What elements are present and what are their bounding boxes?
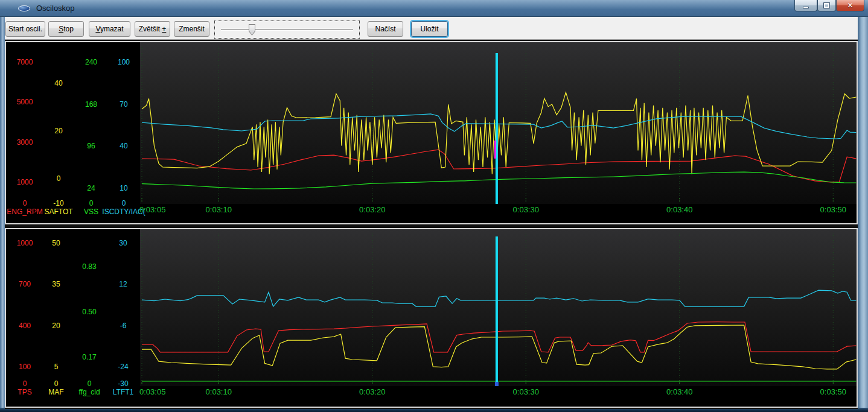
axis-tick-tps: 100 [19, 363, 31, 371]
minimize-icon [803, 7, 809, 8]
axis-tick-maf: 50 [52, 239, 60, 247]
axis-tick-eng-rpm: 7000 [17, 58, 33, 66]
time-axis-label: 0:03:30 [513, 387, 539, 396]
axis-tick-eng-rpm: 5000 [17, 98, 33, 106]
time-axis-label: 0:03:40 [666, 205, 692, 214]
axis-tick-maf: 35 [52, 280, 60, 288]
plot-svg[interactable] [140, 42, 857, 204]
axis-tick-ffg-cid: 0.50 [82, 308, 96, 316]
axis-tick-vss: 240 [85, 58, 97, 66]
axis-tick-tps: 400 [19, 322, 31, 330]
time-axis-label: 0:03:10 [206, 205, 232, 214]
osciloskop-window: Osciloskop ✕ Start oscil.Stop oscil.Vyma… [0, 0, 868, 412]
axis-min-ltft1: -30 [118, 379, 128, 388]
axis-tick-vss: 96 [87, 142, 95, 150]
axis-tick-ltft1: -6 [120, 322, 127, 330]
plot-svg[interactable] [140, 229, 857, 386]
window-title: Osciloskop [36, 4, 75, 13]
channel-name-tps: TPS [18, 388, 31, 396]
axis-tick-iscdty-iac-: 10 [120, 184, 127, 192]
sample-marker [494, 141, 496, 159]
toolbar-button-zmen-it[interactable]: Zmenšit - [174, 21, 209, 37]
axis-tick-eng-rpm: 1000 [17, 178, 33, 186]
axis-tick-maf: 5 [54, 363, 59, 371]
window-frame-right [858, 17, 868, 408]
axis-tick-tps: 1000 [17, 239, 33, 247]
oscilloscope-chart-bottom[interactable]: 10007004001000TPS50352050MAF0.830.500.17… [5, 228, 858, 408]
channel-name-ltft1: LTFT1 [113, 388, 133, 396]
app-logo-icon [18, 5, 30, 11]
time-axis-label: 0:03:05 [139, 387, 165, 396]
time-axis-label: 0:03:05 [139, 205, 165, 214]
window-frame-left [0, 17, 5, 408]
time-cursor[interactable] [496, 236, 498, 382]
axis-min-tps: 0 [23, 379, 27, 388]
cursor-notch[interactable] [495, 382, 499, 386]
time-cursor[interactable] [496, 53, 498, 204]
time-axis-label: 0:03:50 [820, 387, 846, 396]
series-eng-rpm [142, 150, 856, 182]
axis-min-eng-rpm: 0 [23, 199, 27, 208]
minimize-button[interactable] [794, 0, 817, 11]
axis-tick-ffg-cid: 0.17 [82, 353, 96, 361]
titlebar[interactable]: Osciloskop ✕ [0, 0, 868, 17]
axis-tick-vss: 24 [87, 184, 95, 192]
close-button[interactable]: ✕ [836, 0, 864, 11]
axis-min-vss: 0 [89, 199, 94, 208]
axis-tick-tps: 700 [19, 280, 31, 288]
axis-tick-saftot: 40 [54, 79, 62, 87]
series-ltft1 [142, 290, 856, 306]
toolbar: Start oscil.Stop oscil.Vymazat oscilZvět… [1, 17, 867, 40]
axis-min-iscdty-iac-: 0 [122, 199, 126, 208]
axis-tick-eng-rpm: 3000 [17, 138, 33, 147]
load-button[interactable]: Načíst [368, 21, 403, 37]
time-axis-label: 0:03:40 [666, 387, 692, 396]
channel-name-vss: VSS [84, 208, 98, 216]
oscilloscope-chart-top[interactable]: 70005000300010000ENG_RPM40200-10SAFTOT24… [5, 41, 858, 224]
axis-min-maf: 0 [54, 379, 59, 388]
axis-tick-maf: 20 [52, 322, 60, 330]
caption-buttons: ✕ [794, 0, 864, 11]
save-button[interactable]: Uložit [411, 21, 448, 37]
slider-thumb[interactable] [249, 24, 255, 36]
axis-min-saftot: -10 [53, 199, 63, 208]
time-axis-label: 0:03:50 [820, 205, 846, 214]
channel-name-ffg-cid: ffg_cid [78, 388, 100, 396]
axis-tick-saftot: 0 [57, 174, 61, 183]
maximize-button[interactable] [817, 0, 836, 11]
time-axis-label: 0:03:20 [359, 205, 385, 214]
series-vss [142, 172, 856, 189]
axis-tick-ltft1: -24 [118, 363, 128, 371]
toolbar-button-vymazat-oscil[interactable]: Vymazat oscil [89, 21, 130, 37]
axis-tick-ffg-cid: 0.83 [82, 262, 96, 271]
channel-name-saftot: SAFTOT [44, 208, 72, 216]
channel-name-eng-rpm: ENG_RPM [7, 208, 42, 216]
time-axis-label: 0:03:10 [206, 387, 232, 396]
close-icon: ✕ [847, 1, 853, 10]
axis-tick-saftot: 20 [54, 127, 62, 135]
toolbar-button-zv-t-it[interactable]: Zvětšit + [135, 21, 170, 37]
time-axis-label: 0:03:30 [513, 205, 539, 214]
series-saftot [142, 92, 856, 174]
axis-tick-iscdty-iac-: 40 [120, 142, 127, 150]
axis-tick-ltft1: 30 [119, 239, 127, 247]
axis-tick-vss: 168 [85, 100, 97, 109]
toolbar-button-start-oscil[interactable]: Start oscil. [5, 21, 45, 37]
axis-min-ffg-cid: 0 [88, 379, 92, 388]
time-axis-label: 0:03:20 [359, 387, 385, 396]
zoom-slider[interactable] [214, 21, 360, 39]
channel-name-maf: MAF [48, 388, 63, 396]
toolbar-button-stop-oscil[interactable]: Stop oscil. [48, 21, 84, 37]
axis-tick-ltft1: 12 [119, 280, 127, 288]
axis-tick-iscdty-iac-: 100 [118, 58, 130, 66]
slider-track[interactable] [221, 29, 353, 31]
channel-name-iscdty-iac-: ISCDTY/IAC( [102, 208, 145, 216]
chart-area: 70005000300010000ENG_RPM40200-10SAFTOT24… [5, 40, 858, 409]
maximize-icon [824, 3, 829, 8]
axis-tick-iscdty-iac-: 70 [120, 100, 127, 109]
